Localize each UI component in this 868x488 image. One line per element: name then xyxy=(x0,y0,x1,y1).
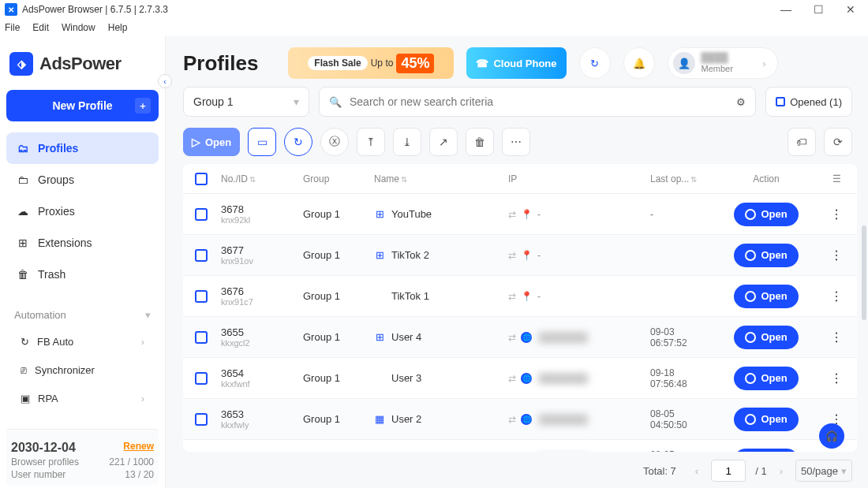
row-checkbox[interactable] xyxy=(195,249,208,262)
row-open-button[interactable]: Open xyxy=(734,285,798,308)
export-button[interactable]: ⤒ xyxy=(357,128,385,156)
refresh-button[interactable]: ↻ xyxy=(284,128,312,156)
auto-fb-auto[interactable]: ↻ FB Auto › xyxy=(6,327,159,356)
win-os-icon: ⊞ xyxy=(374,331,385,343)
fb-auto-icon: ↻ xyxy=(21,336,29,348)
chrome-icon xyxy=(745,373,756,384)
auto-synchronizer[interactable]: ⎚ Synchronizer xyxy=(6,356,159,384)
flash-sale-banner[interactable]: Flash Sale Up to 45% xyxy=(288,47,454,79)
row-group: Group 1 xyxy=(297,413,368,425)
row-checkbox[interactable] xyxy=(195,208,208,221)
select-all-checkbox[interactable] xyxy=(195,173,208,185)
nav-groups[interactable]: 🗀 Groups xyxy=(6,164,159,196)
table-row[interactable]: 3678knx92kl Group 1 ⊞YouTube ⇄📍- - Open … xyxy=(183,194,857,235)
col-config-button[interactable]: ☰ xyxy=(821,173,852,184)
col-last[interactable]: Last op...⇅ xyxy=(644,173,712,184)
chrome-icon xyxy=(745,332,756,343)
row-checkbox[interactable] xyxy=(195,331,208,344)
opened-filter[interactable]: Opened (1) xyxy=(765,87,852,117)
chevron-down-icon[interactable]: ▾ xyxy=(145,309,151,321)
reload-button[interactable]: ⟳ xyxy=(824,128,852,156)
row-checkbox[interactable] xyxy=(195,290,208,303)
new-profile-button[interactable]: New Profile ＋ xyxy=(6,90,159,121)
row-open-button[interactable]: Open xyxy=(734,203,798,226)
row-last-op: 09-0306:57:52 xyxy=(644,326,712,348)
row-no: 3654 xyxy=(221,367,290,379)
minimize-icon[interactable]: ― xyxy=(780,3,791,16)
sidebar-collapse-button[interactable]: ‹ xyxy=(158,74,172,88)
col-no[interactable]: No./ID⇅ xyxy=(215,173,297,184)
window-icon: ▭ xyxy=(257,136,268,148)
delete-button[interactable]: 🗑 xyxy=(466,128,494,156)
nav-profiles[interactable]: 🗂 Profiles xyxy=(6,132,159,164)
pager-prev[interactable]: ‹ xyxy=(692,465,702,477)
row-name: TikTok 1 xyxy=(391,290,429,302)
row-more-button[interactable]: ⋯ xyxy=(829,372,844,384)
close-icon[interactable]: ✕ xyxy=(846,3,855,16)
pager-next[interactable]: › xyxy=(776,465,786,477)
row-more-button[interactable]: ⋯ xyxy=(829,331,844,343)
sync-button[interactable]: ↻ xyxy=(579,47,611,79)
pager-page-input[interactable] xyxy=(711,460,746,482)
auto-fb-label: FB Auto xyxy=(37,336,73,348)
menu-help[interactable]: Help xyxy=(108,22,128,33)
ip-value: ███████ xyxy=(537,331,590,344)
pager-perpage-select[interactable]: 50/page ▾ xyxy=(795,460,852,482)
search-input[interactable] xyxy=(350,95,728,108)
user-menu[interactable]: 👤 ████ Member › xyxy=(668,47,778,79)
automation-section-label: Automation xyxy=(14,309,66,321)
row-more-button[interactable]: ⋯ xyxy=(829,208,844,220)
close-selected-button[interactable]: ⓧ xyxy=(320,128,349,156)
table-row[interactable]: 3653kkxfwly Group 1 ▦User 2 ⇄🌐███████ 08… xyxy=(183,399,857,440)
nav-extensions[interactable]: ⊞ Extensions xyxy=(6,227,159,259)
row-more-button[interactable]: ⋯ xyxy=(829,249,844,261)
help-bubble-button[interactable]: 🎧 xyxy=(819,423,844,449)
open-selected-button[interactable]: ▷ Open xyxy=(183,128,240,156)
row-open-button[interactable]: Open xyxy=(734,367,798,390)
group-filter-dropdown[interactable]: Group 1 ▾ xyxy=(183,87,309,117)
row-open-button[interactable]: Open xyxy=(734,326,798,349)
trash-icon: 🗑 xyxy=(474,136,485,148)
filter-icon[interactable]: ⚙ xyxy=(736,96,746,108)
extensions-icon: ⊞ xyxy=(16,237,30,249)
menu-window[interactable]: Window xyxy=(62,22,95,33)
auto-rpa[interactable]: ▣ RPA › xyxy=(6,384,159,412)
col-ip[interactable]: IP xyxy=(502,173,644,184)
share-icon: ↗ xyxy=(439,136,448,148)
scrollbar[interactable] xyxy=(862,225,866,320)
auto-sync-label: Synchronizer xyxy=(35,364,95,376)
cloud-phone-button[interactable]: ☎ Cloud Phone xyxy=(466,47,566,79)
nav-trash[interactable]: 🗑 Trash xyxy=(6,259,159,290)
groups-icon: 🗀 xyxy=(16,173,30,186)
renew-link[interactable]: Renew xyxy=(123,441,154,455)
more-actions-button[interactable]: ⋯ xyxy=(502,128,530,156)
menu-file[interactable]: File xyxy=(5,22,20,33)
search-box[interactable]: 🔍 ⚙ xyxy=(319,87,756,117)
col-group[interactable]: Group xyxy=(297,173,368,184)
row-open-button[interactable]: Open xyxy=(734,244,798,267)
table-row[interactable]: 3654kkxfwnf Group 1 User 3 ⇄🌐███████ 09-… xyxy=(183,358,857,399)
share-button[interactable]: ↗ xyxy=(429,128,458,156)
row-more-button[interactable]: ⋯ xyxy=(829,290,844,302)
col-name[interactable]: Name⇅ xyxy=(368,173,502,184)
maximize-icon[interactable]: ☐ xyxy=(814,3,824,16)
user-name: ████ xyxy=(702,53,733,63)
row-open-button[interactable]: Open xyxy=(734,408,798,431)
batch-button-1[interactable]: ▭ xyxy=(248,128,276,156)
row-group: Group 1 xyxy=(297,290,368,302)
table-row[interactable]: 3676knx91c7 Group 1 TikTok 1 ⇄📍- Open ⋯ xyxy=(183,276,857,317)
tag-button[interactable]: 🏷 xyxy=(788,128,816,156)
row-checkbox[interactable] xyxy=(195,372,208,385)
table-row[interactable]: 3652kkxfwcr Group 1 ⊞User 1 ⇄🌐███████ 08… xyxy=(183,440,857,452)
new-profile-label: New Profile xyxy=(52,99,112,112)
chrome-icon xyxy=(745,414,756,425)
row-checkbox[interactable] xyxy=(195,413,208,426)
table-row[interactable]: 3677knx91ov Group 1 ⊞TikTok 2 ⇄📍- Open ⋯ xyxy=(183,235,857,276)
notifications-button[interactable]: 🔔 xyxy=(623,47,655,79)
menu-edit[interactable]: Edit xyxy=(32,22,49,33)
nav-proxies[interactable]: ☁ Proxies xyxy=(6,196,159,227)
globe-icon: 🌐 xyxy=(521,332,532,343)
table-row[interactable]: 3655kkxgcl2 Group 1 ⊞User 4 ⇄🌐███████ 09… xyxy=(183,317,857,358)
win-os-icon: ⊞ xyxy=(374,249,385,261)
import-button[interactable]: ⤓ xyxy=(393,128,421,156)
